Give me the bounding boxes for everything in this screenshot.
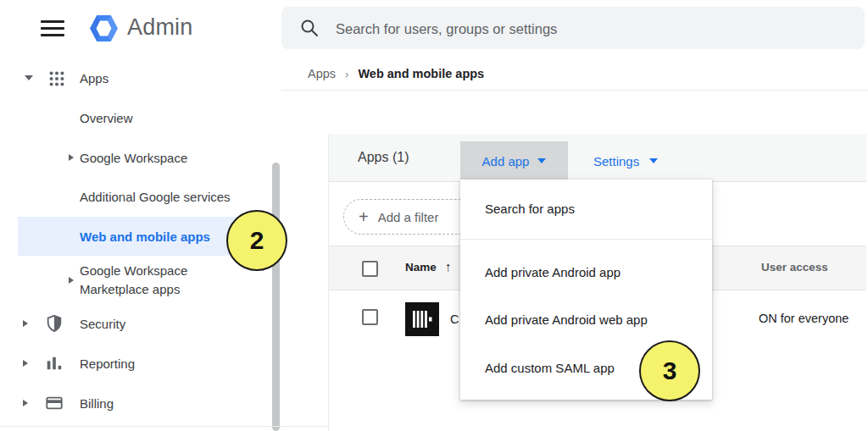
sidebar-item-security[interactable]: Security: [80, 317, 125, 331]
apps-count-title: Apps (1): [358, 134, 409, 181]
bar-chart-icon: [45, 354, 64, 376]
divider: [0, 426, 329, 427]
add-app-button[interactable]: Add app: [460, 141, 568, 180]
menu-item-add-private-android-app[interactable]: Add private Android app: [460, 255, 712, 290]
divider: [460, 239, 712, 240]
search-input[interactable]: [334, 7, 846, 51]
add-filter-label: Add a filter: [378, 210, 439, 224]
sidebar-label-apps[interactable]: Apps: [80, 71, 108, 86]
sidebar-item-additional-google-services[interactable]: Additional Google services: [80, 190, 231, 204]
sidebar-label-web-and-mobile-apps: Web and mobile apps: [80, 229, 210, 244]
chevron-right-icon[interactable]: [23, 400, 28, 406]
sidebar-item-marketplace-apps[interactable]: Google Workspace Marketplace apps: [80, 262, 253, 299]
chevron-right-icon: ›: [345, 68, 348, 80]
menu-item-add-private-android-web-app[interactable]: Add private Android web app: [460, 302, 712, 338]
app-name: C: [450, 312, 459, 326]
sidebar-item-reporting[interactable]: Reporting: [80, 356, 135, 371]
chevron-right-icon[interactable]: [69, 277, 74, 284]
apps-grid-icon: [47, 69, 66, 91]
breadcrumb-current: Web and mobile apps: [358, 67, 484, 80]
column-header-name[interactable]: Name: [405, 261, 437, 274]
chevron-down-icon: [537, 158, 546, 163]
settings-label: Settings: [593, 154, 639, 169]
search-icon: [299, 18, 320, 38]
sidebar-item-billing[interactable]: Billing: [80, 396, 114, 411]
app-icon: [405, 302, 439, 340]
credit-card-icon: [45, 394, 64, 416]
google-admin-console: Admin Apps › Web and mobile apps Apps Ov…: [0, 0, 868, 431]
brand-title: Admin: [127, 14, 193, 41]
apps-toolbar: Apps (1) Add app Settings: [329, 134, 866, 182]
breadcrumb: Apps › Web and mobile apps: [308, 67, 484, 80]
select-all-checkbox[interactable]: [362, 261, 378, 277]
step-3-badge: 3: [639, 340, 700, 401]
divider: [281, 90, 868, 91]
sidebar-scrollbar[interactable]: [272, 163, 280, 431]
sidebar-item-google-workspace[interactable]: Google Workspace: [80, 151, 187, 165]
menu-item-search-for-apps[interactable]: Search for apps: [460, 191, 712, 227]
add-filter-chip[interactable]: + Add a filter: [343, 199, 476, 235]
menu-icon[interactable]: [41, 20, 64, 37]
global-search: [281, 7, 865, 49]
plus-icon: +: [359, 207, 369, 227]
admin-logo-icon: [87, 12, 120, 48]
breadcrumb-parent[interactable]: Apps: [308, 67, 336, 80]
chevron-down-icon: [649, 158, 658, 163]
step-2-badge: 2: [226, 210, 287, 271]
settings-button[interactable]: Settings: [593, 141, 658, 180]
sidebar-item-apps[interactable]: [25, 75, 33, 80]
row-checkbox[interactable]: [362, 309, 378, 325]
chevron-down-icon: [25, 75, 33, 80]
shield-icon: [45, 314, 64, 336]
add-app-label: Add app: [482, 154, 530, 169]
chevron-right-icon[interactable]: [23, 320, 28, 327]
sort-ascending-icon[interactable]: ↑: [445, 259, 452, 274]
column-header-user-access: User access: [761, 261, 828, 274]
user-access-value: ON for everyone: [759, 312, 849, 325]
chevron-right-icon[interactable]: [69, 154, 74, 161]
chevron-right-icon[interactable]: [23, 360, 28, 367]
sidebar-item-overview[interactable]: Overview: [80, 111, 133, 125]
sidebar-item-web-and-mobile-apps[interactable]: Web and mobile apps: [18, 217, 247, 256]
